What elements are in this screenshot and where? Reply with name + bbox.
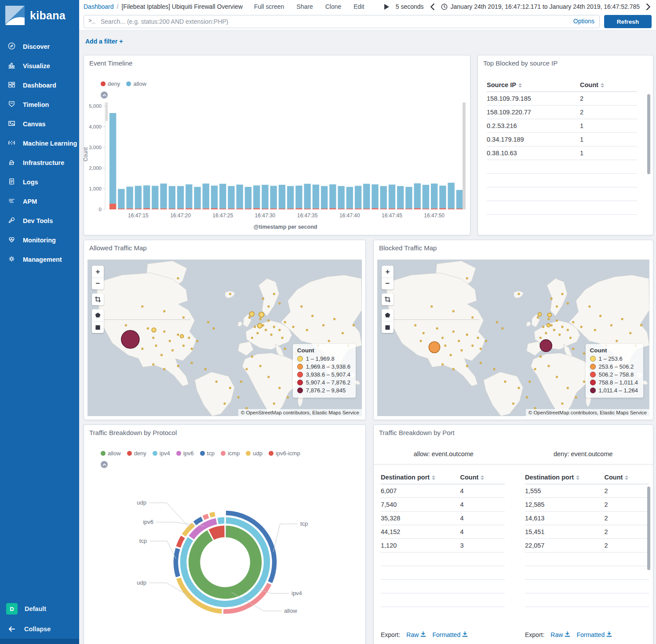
table-row: 0.2.53.2161 (487, 119, 637, 133)
draw-polygon-button[interactable] (382, 309, 394, 321)
table-row: 7,5404 (381, 498, 505, 512)
svg-text:@timestamp per second: @timestamp per second (254, 224, 317, 230)
sidebar-item-infrastructure[interactable]: Infrastructure (0, 153, 79, 172)
export-formatted-link[interactable]: Formatted (432, 631, 468, 638)
zoom-out-button[interactable]: − (92, 278, 104, 289)
table-cell: 4 (460, 484, 505, 498)
column-header-count[interactable]: Count (580, 78, 637, 92)
refresh-button[interactable]: Refresh (604, 15, 652, 28)
sidebar-item-machine-learning[interactable]: Machine Learning (0, 134, 79, 153)
table-scrollbar[interactable] (647, 94, 650, 174)
space-switcher[interactable]: D Default (0, 599, 79, 618)
column-header-count[interactable]: Count (460, 471, 505, 484)
sidebar-footer-strip (0, 639, 79, 644)
collapse-nav-button[interactable]: Collapse (0, 619, 79, 639)
refresh-interval[interactable]: 5 seconds (396, 3, 424, 10)
dashboard-menu: Full screen Share Clone Edit (254, 3, 364, 10)
sidebar-item-management[interactable]: Management (0, 250, 79, 269)
kibana-logo[interactable]: kibana (0, 0, 79, 31)
sort-icon (481, 476, 484, 480)
menu-full-screen[interactable]: Full screen (254, 3, 284, 10)
sidebar-item-apm[interactable]: APM (0, 192, 79, 211)
export-raw-link[interactable]: Raw (550, 631, 570, 638)
svg-text:3,000: 3,000 (89, 145, 102, 150)
draw-polygon-button[interactable] (92, 309, 104, 321)
sunburst-callout-label: tcp (300, 520, 308, 527)
column-header-count[interactable]: Count (604, 471, 649, 484)
sidebar-item-canvas[interactable]: Canvas (0, 114, 79, 134)
console-prompt-icon: >_ (88, 18, 95, 24)
sidebar-item-timelion[interactable]: Timelion (0, 95, 79, 114)
data-table: Destination portCount6,00747,540435,3284… (381, 471, 505, 607)
table-cell: 2 (604, 498, 649, 512)
empty-table-row (525, 580, 649, 593)
sunburst-callout-label: ipv6 (143, 519, 153, 525)
export-raw-link[interactable]: Raw (406, 631, 426, 638)
sidebar-item-logs[interactable]: Logs (0, 172, 79, 192)
sidebar-item-visualize[interactable]: Visualize (0, 56, 79, 76)
sidebar-nav: DiscoverVisualizeDashboardTimelionCanvas… (0, 37, 79, 269)
legend-range-label: 7,876.2 – 9,845 (306, 387, 346, 394)
draw-rectangle-button[interactable] (382, 321, 394, 333)
panel-allowed-map: Allowed Traffic Map +−Count1 – 1,969.81,… (84, 240, 366, 420)
crop-button[interactable] (92, 293, 104, 305)
column-header-source-ip[interactable]: Source IP (487, 78, 580, 92)
svg-text:16:47:25: 16:47:25 (212, 212, 233, 219)
arrow-left-icon (7, 625, 16, 633)
sunburst-callout-label: tcp (139, 538, 147, 544)
search-input[interactable] (84, 15, 600, 28)
column-header-destination-port[interactable]: Destination port (381, 471, 460, 484)
play-refresh-icon[interactable] (384, 4, 390, 10)
sunburst-segment-icmp[interactable] (202, 513, 210, 520)
breadcrumb-dashboard-link[interactable]: Dashboard (84, 3, 114, 10)
time-range-picker[interactable]: January 24th 2019, 16:47:12.171 to Janua… (441, 3, 640, 10)
sidebar-item-dev-tools[interactable]: Dev Tools (0, 211, 79, 231)
table-cell: 1 (580, 146, 637, 160)
empty-table-row (381, 553, 505, 566)
table-cell: 2 (580, 92, 637, 106)
menu-share[interactable]: Share (296, 3, 313, 10)
menu-edit[interactable]: Edit (354, 3, 364, 10)
sunburst-callout-label: allow (284, 607, 297, 614)
port-subheaders: allow: event.outcome deny: event.outcome (374, 450, 653, 457)
legend-range-label: 758.8 – 1,011.4 (599, 379, 638, 386)
sidebar-item-discover[interactable]: Discover (0, 37, 79, 56)
column-header-destination-port[interactable]: Destination port (525, 471, 604, 484)
time-forward-icon[interactable] (646, 4, 651, 10)
svg-text:2,000: 2,000 (89, 165, 102, 171)
crop-button[interactable] (382, 293, 394, 305)
timeline-chart[interactable]: 01,0002,0003,0004,0005,00016:47:1516:47:… (87, 99, 468, 237)
export-formatted-link[interactable]: Formatted (576, 631, 612, 638)
legend-item-deny[interactable]: deny (101, 80, 120, 87)
menu-clone[interactable]: Clone (325, 3, 342, 10)
legend-item-allow[interactable]: allow (126, 80, 146, 87)
sunburst-segment-ipv4[interactable] (217, 517, 225, 524)
blocked-map[interactable]: +−Count1 – 253.6253.6 – 506.2506.2 – 758… (377, 260, 649, 416)
sidebar-item-dashboard[interactable]: Dashboard (0, 76, 79, 95)
table-cell: 4 (460, 512, 505, 525)
table-cell: 158.109.79.185 (487, 92, 580, 106)
sunburst-callout-label: ipv4 (292, 590, 302, 596)
zoom-in-button[interactable]: + (382, 266, 394, 278)
allowed-map[interactable]: +−Count1 – 1,969.81,969.8 – 3,938.63,938… (87, 260, 362, 416)
zoom-in-button[interactable]: + (92, 266, 104, 278)
sidebar-item-label: Logs (23, 179, 38, 186)
deny-subtitle: deny: event.outcome (514, 450, 653, 457)
zoom-out-button[interactable]: − (382, 278, 394, 289)
legend-dot (101, 81, 106, 86)
sunburst-segment-udp[interactable] (209, 511, 216, 518)
sunburst-callout-label: udp (137, 579, 146, 586)
table-scrollbar[interactable] (647, 487, 650, 570)
map-controls: +− (92, 266, 104, 333)
collapse-legend-icon[interactable] (101, 91, 108, 99)
sidebar-item-monitoring[interactable]: Monitoring (0, 231, 79, 250)
time-back-icon[interactable] (430, 4, 435, 10)
legend-dot (590, 380, 596, 385)
empty-table-row (487, 201, 637, 215)
draw-rectangle-button[interactable] (92, 321, 104, 333)
legend-label: allow (133, 80, 146, 87)
query-options-link[interactable]: Options (573, 18, 594, 25)
protocol-sunburst-chart[interactable]: udpipv6tcpudptcpipv4allow (84, 425, 365, 644)
add-filter-button[interactable]: Add a filter+ (85, 38, 123, 45)
legend-range-label: 1 – 253.6 (599, 355, 623, 362)
